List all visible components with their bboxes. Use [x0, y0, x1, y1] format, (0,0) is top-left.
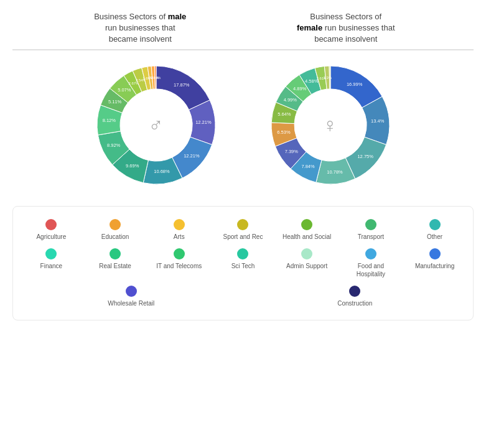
legend-label-3: Sport and Rec [223, 233, 263, 241]
segment-label-4: 7.84% [301, 164, 315, 169]
legend-label-9: IT and Telecoms [156, 262, 202, 270]
legend-dot-10 [237, 248, 248, 259]
segment-label-12: 1.3% [323, 75, 332, 79]
legend-label-15: Construction [337, 299, 372, 307]
segment-label-9: 4.89% [292, 86, 306, 91]
legend-dot-11 [301, 248, 312, 259]
legend-dot-8 [110, 248, 121, 259]
legend-label-10: Sci Tech [231, 262, 255, 270]
legend-item-2: Arts [151, 219, 207, 241]
segment-label-1: 12.21% [195, 119, 212, 125]
legend-label-11: Admin Support [286, 262, 327, 270]
legend-item-12: Food and Hospitality [343, 248, 399, 278]
legend-item-10: Sci Tech [215, 248, 271, 278]
legend-dot-0 [45, 219, 57, 230]
segment-label-6: 8.12% [102, 118, 116, 123]
segment-label-2: 12.21% [184, 153, 200, 159]
segment-label-4: 9.69% [126, 162, 139, 168]
legend-dot-13 [429, 248, 441, 259]
legend-label-14: Wholesale Retail [108, 299, 154, 307]
legend-item-0: Agriculture [23, 219, 79, 241]
legend-item-4: Health and Social [279, 219, 335, 241]
legend-dot-6 [429, 219, 441, 230]
male-gender-icon: ♂ [149, 113, 164, 136]
legend-dot-14 [126, 286, 137, 297]
segment-label-2: 12.75% [357, 154, 373, 159]
segment-label-8: 5.07% [118, 86, 131, 92]
legend-item-8: Real Estate [87, 248, 143, 278]
segment-label-7: 5.64% [278, 111, 291, 117]
legend-item-11: Admin Support [279, 248, 335, 278]
legend-label-7: Finance [40, 262, 63, 270]
legend-dot-1 [110, 219, 121, 230]
header-titles: Business Sectors of malerun businesses t… [0, 0, 486, 45]
segment-label-1: 13.4% [371, 118, 385, 123]
segment-label-0: 16.99% [346, 81, 362, 86]
legend-item-6: Other [407, 219, 463, 241]
legend-dot-15 [349, 286, 360, 297]
legend-label-8: Real Estate [99, 262, 131, 270]
legend-label-13: Manufacturing [415, 262, 454, 270]
segment-label-0: 17.87% [174, 82, 190, 87]
segment-label-7: 5.11% [108, 99, 121, 105]
legend-section: AgricultureEducationArtsSport and RecHea… [12, 206, 474, 320]
legend-dot-7 [45, 248, 57, 259]
segment-label-14: 0.44% [150, 75, 161, 79]
male-chart-container: 17.87%12.21%12.21%10.68%9.69%8.92%8.12%5… [88, 57, 225, 194]
legend-dot-3 [237, 219, 248, 230]
legend-item-7: Finance [23, 248, 79, 278]
legend-label-4: Health and Social [283, 233, 331, 241]
legend-label-6: Other [427, 233, 442, 241]
legend-label-0: Agriculture [36, 233, 66, 241]
legend-item-15: Construction [327, 286, 383, 307]
segment-label-3: 10.78% [327, 169, 343, 174]
segment-label-8: 4.99% [283, 97, 297, 103]
segment-label-5: 8.92% [107, 142, 121, 148]
female-chart: 16.99%13.4%12.75%10.78%7.84%7.39%6.53%5.… [262, 57, 399, 194]
segment-label-5: 7.39% [284, 148, 298, 154]
legend-item-3: Sport and Rec [215, 219, 271, 241]
legend-item-13: Manufacturing [407, 248, 463, 278]
segment-13 [329, 66, 330, 89]
legend-label-2: Arts [174, 233, 185, 241]
female-chart-container: 16.99%13.4%12.75%10.78%7.84%7.39%6.53%5.… [262, 57, 399, 194]
male-chart: 17.87%12.21%12.21%10.68%9.69%8.92%8.12%5… [88, 57, 225, 194]
legend-dot-2 [174, 219, 185, 230]
legend-label-1: Education [101, 233, 129, 241]
legend-label-12: Food and Hospitality [343, 262, 399, 278]
right-chart-title: Business Sectors of female run businesse… [284, 11, 408, 45]
left-chart-title: Business Sectors of malerun businesses t… [78, 11, 202, 45]
legend-dot-4 [301, 219, 312, 230]
female-gender-icon: ♀ [323, 113, 338, 136]
segment-label-3: 10.68% [154, 169, 170, 174]
legend-item-9: IT and Telecoms [151, 248, 207, 278]
main-container: Business Sectors of malerun businesses t… [0, 0, 486, 448]
legend-dot-12 [365, 248, 376, 259]
legend-dot-9 [174, 248, 185, 259]
legend-dot-5 [365, 219, 376, 230]
legend-item-1: Education [87, 219, 143, 241]
legend-item-14: Wholesale Retail [103, 286, 159, 307]
legend-label-5: Transport [358, 233, 384, 241]
charts-row: 17.87%12.21%12.21%10.68%9.69%8.92%8.12%5… [0, 50, 486, 206]
segment-label-6: 6.53% [277, 129, 291, 135]
legend-item-5: Transport [343, 219, 399, 241]
